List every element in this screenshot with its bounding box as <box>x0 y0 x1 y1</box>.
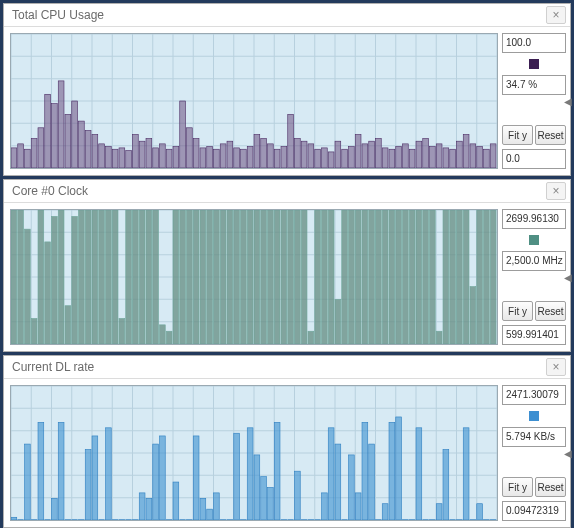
svg-rect-293 <box>369 444 375 520</box>
svg-rect-39 <box>58 81 64 168</box>
svg-rect-151 <box>112 210 118 344</box>
svg-rect-102 <box>484 149 490 168</box>
svg-rect-170 <box>241 210 247 344</box>
svg-rect-297 <box>396 417 402 520</box>
reset-button[interactable]: Reset <box>535 125 566 145</box>
svg-rect-48 <box>119 148 125 168</box>
svg-rect-89 <box>396 147 402 168</box>
svg-rect-64 <box>227 141 233 168</box>
svg-rect-276 <box>254 455 260 520</box>
svg-rect-242 <box>25 444 31 520</box>
svg-rect-143 <box>58 210 64 344</box>
fit-y-button[interactable]: Fit y <box>502 477 533 497</box>
svg-rect-171 <box>247 210 253 344</box>
svg-rect-286 <box>322 493 328 520</box>
svg-rect-292 <box>362 422 368 520</box>
svg-rect-35 <box>31 139 37 168</box>
svg-rect-268 <box>200 498 206 520</box>
svg-rect-32 <box>11 148 17 168</box>
svg-rect-174 <box>268 210 274 344</box>
svg-rect-44 <box>92 135 98 169</box>
svg-rect-173 <box>261 210 267 344</box>
series-swatch <box>502 409 566 423</box>
panel-body: 2471.300795.794 KB/sFit yReset0.09472319… <box>4 379 570 527</box>
svg-rect-59 <box>193 139 199 168</box>
svg-rect-38 <box>52 104 58 168</box>
svg-rect-72 <box>281 147 287 168</box>
close-icon[interactable]: × <box>546 182 566 200</box>
svg-rect-194 <box>403 210 409 344</box>
panel-header: Core #0 Clock× <box>4 180 570 203</box>
svg-rect-146 <box>79 210 85 344</box>
svg-rect-179 <box>301 210 307 344</box>
y-min-value[interactable]: 0.0 <box>502 149 566 169</box>
reset-button[interactable]: Reset <box>535 477 566 497</box>
svg-rect-156 <box>146 210 152 344</box>
current-value[interactable]: 34.7 % <box>502 75 566 95</box>
chart-bars <box>11 210 497 344</box>
svg-rect-252 <box>92 436 98 520</box>
svg-rect-139 <box>31 318 37 344</box>
fit-y-button[interactable]: Fit y <box>502 125 533 145</box>
svg-rect-87 <box>382 148 388 168</box>
panel-sidebar: 2471.300795.794 KB/sFit yReset0.09472319… <box>502 379 570 527</box>
svg-rect-37 <box>45 94 51 168</box>
current-value[interactable]: 5.794 KB/s <box>502 427 566 447</box>
svg-rect-36 <box>38 128 44 168</box>
svg-rect-50 <box>133 135 139 169</box>
svg-rect-98 <box>457 141 463 168</box>
svg-rect-184 <box>335 299 341 344</box>
svg-rect-295 <box>382 504 388 520</box>
close-icon[interactable]: × <box>546 358 566 376</box>
svg-rect-303 <box>436 504 442 520</box>
svg-rect-163 <box>193 210 199 344</box>
fit-y-button[interactable]: Fit y <box>502 301 533 321</box>
svg-rect-309 <box>477 504 483 520</box>
svg-rect-277 <box>261 477 267 520</box>
svg-rect-97 <box>450 149 456 168</box>
reset-button[interactable]: Reset <box>535 301 566 321</box>
svg-rect-69 <box>261 139 267 168</box>
svg-rect-86 <box>376 139 382 168</box>
svg-rect-57 <box>180 101 186 168</box>
svg-rect-206 <box>484 210 490 344</box>
svg-rect-264 <box>173 482 179 520</box>
svg-rect-288 <box>335 444 341 520</box>
svg-rect-247 <box>58 422 64 520</box>
y-min-value[interactable]: 599.991401 <box>502 325 566 345</box>
svg-rect-67 <box>247 147 253 168</box>
y-max-value[interactable]: 2471.30079 <box>502 385 566 405</box>
svg-rect-300 <box>416 428 422 520</box>
svg-rect-49 <box>126 151 132 168</box>
svg-rect-71 <box>274 149 280 168</box>
svg-rect-290 <box>349 455 355 520</box>
svg-rect-99 <box>463 135 469 169</box>
svg-rect-95 <box>436 144 442 168</box>
svg-rect-149 <box>99 210 105 344</box>
panel-cpu: Total CPU Usage×100.034.7 %Fit yReset0.0… <box>3 3 571 176</box>
svg-rect-177 <box>288 210 294 344</box>
svg-rect-273 <box>234 433 240 520</box>
svg-rect-42 <box>79 121 85 168</box>
svg-rect-240 <box>11 517 17 520</box>
svg-rect-278 <box>268 487 274 520</box>
svg-rect-180 <box>308 331 314 344</box>
svg-rect-207 <box>490 210 496 344</box>
svg-rect-74 <box>295 139 301 168</box>
svg-rect-91 <box>409 149 415 168</box>
current-value[interactable]: 2,500.0 MHz <box>502 251 566 271</box>
svg-rect-175 <box>274 210 280 344</box>
panel-title: Core #0 Clock <box>12 184 88 198</box>
svg-rect-279 <box>274 422 280 520</box>
svg-rect-161 <box>180 210 186 344</box>
svg-rect-41 <box>72 101 78 168</box>
svg-rect-165 <box>207 210 213 344</box>
y-max-value[interactable]: 100.0 <box>502 33 566 53</box>
svg-rect-254 <box>106 428 112 520</box>
svg-rect-47 <box>112 149 118 168</box>
svg-rect-262 <box>160 436 166 520</box>
close-icon[interactable]: × <box>546 6 566 24</box>
y-min-value[interactable]: 0.09472319 <box>502 501 566 521</box>
y-max-value[interactable]: 2699.96130 <box>502 209 566 229</box>
svg-rect-136 <box>11 210 17 344</box>
